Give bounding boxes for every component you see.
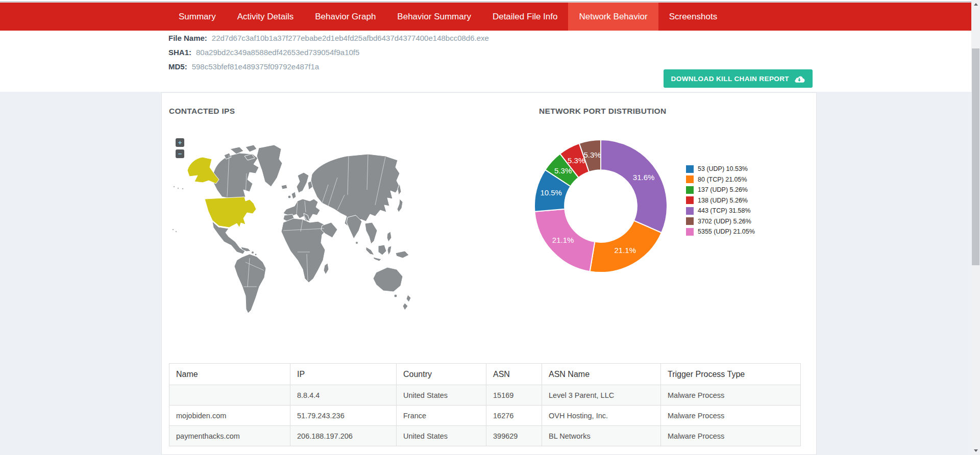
table-cell: 8.8.4.4	[290, 385, 397, 406]
donut-slice-label: 31.6%	[633, 173, 655, 182]
legend-item[interactable]: 443 (TCP) 31.58%	[686, 206, 755, 216]
file-field-row: File Name:22d7d67c3af10b1a37f277ebabe2d1…	[168, 34, 489, 48]
table-cell: OVH Hosting, Inc.	[542, 406, 661, 426]
donut-slice-label: 5.3%	[554, 166, 572, 175]
table-column-header: IP	[290, 364, 397, 385]
table-cell: 16276	[486, 406, 542, 426]
table-body: 8.8.4.4United States15169Level 3 Parent,…	[169, 385, 801, 446]
legend-swatch	[686, 217, 694, 225]
table-column-header: Name	[169, 364, 290, 385]
tab-summary[interactable]: Summary	[168, 3, 227, 31]
legend-label: 443 (TCP) 31.58%	[698, 207, 751, 214]
legend-label: 5355 (UDP) 21.05%	[698, 228, 755, 235]
legend-label: 138 (UDP) 5.26%	[698, 197, 748, 204]
table-header-row: NameIPCountryASNASN NameTrigger Process …	[169, 364, 801, 385]
scroll-up-icon	[974, 3, 978, 6]
file-field-value: 598c53bfef81e489375f09792e487f1a	[192, 62, 319, 71]
file-fields: File Name:22d7d67c3af10b1a37f277ebabe2d1…	[168, 34, 489, 77]
map-zoom-in-button[interactable]: +	[176, 138, 184, 147]
chart-legend: 53 (UDP) 10.53%80 (TCP) 21.05%137 (UDP) …	[686, 164, 755, 237]
cloud-download-icon	[794, 75, 805, 83]
scrollbar-thumb[interactable]	[972, 48, 979, 265]
table-column-header: ASN Name	[542, 364, 661, 385]
table-cell: United States	[397, 426, 486, 446]
legend-swatch	[686, 165, 694, 173]
browser-chrome-strip	[0, 0, 980, 2]
table-row[interactable]: 8.8.4.4United States15169Level 3 Parent,…	[169, 385, 801, 406]
table-cell	[169, 385, 290, 406]
nav-tabs: SummaryActivity DetailsBehavior GraphBeh…	[168, 3, 728, 31]
file-header: File Name:22d7d67c3af10b1a37f277ebabe2d1…	[0, 31, 980, 92]
table-cell: BL Networks	[542, 426, 661, 446]
legend-label: 137 (UDP) 5.26%	[698, 186, 748, 193]
legend-swatch	[686, 228, 694, 236]
file-field-value: 22d7d67c3af10b1a37f277ebabe2d1eb4fd25afb…	[212, 34, 489, 42]
network-behavior-card: CONTACTED IPS NETWORK PORT DISTRIBUTION …	[161, 92, 817, 455]
download-button-label: DOWNLOAD KILL CHAIN REPORT	[671, 75, 789, 83]
donut-chart: 31.6%21.1%21.1%10.5%5.3%5.3%5.3%	[529, 135, 672, 277]
legend-item[interactable]: 80 (TCP) 21.05%	[686, 174, 755, 185]
download-kill-chain-report-button[interactable]: DOWNLOAD KILL CHAIN REPORT	[664, 69, 813, 88]
donut-slice-443tcp[interactable]	[601, 140, 667, 233]
legend-swatch	[686, 207, 694, 215]
file-field-value: 80a29bd2c349a8588edf42653ed739054f9a10f5	[196, 48, 359, 57]
table-cell: 206.188.197.206	[290, 426, 397, 446]
table-cell: 15169	[486, 385, 542, 406]
table-cell: Malware Process	[661, 426, 801, 446]
legend-label: 3702 (UDP) 5.26%	[698, 218, 751, 225]
legend-swatch	[686, 186, 694, 194]
map-zoom-controls: + −	[176, 138, 184, 158]
contacted-ips-map: + −	[169, 133, 496, 326]
contacted-ips-table: NameIPCountryASNASN NameTrigger Process …	[169, 363, 801, 446]
legend-item[interactable]: 137 (UDP) 5.26%	[686, 185, 755, 195]
table-cell: France	[397, 406, 486, 426]
table-row[interactable]: mojobiden.com51.79.243.236France16276OVH…	[169, 406, 801, 426]
port-distribution-chart: 31.6%21.1%21.1%10.5%5.3%5.3%5.3%	[529, 135, 672, 277]
legend-item[interactable]: 5355 (UDP) 21.05%	[686, 226, 755, 237]
map-zoom-out-button[interactable]: −	[176, 149, 184, 158]
donut-slice-label: 5.3%	[568, 156, 585, 165]
table-column-header: ASN	[486, 364, 542, 385]
table-cell: Malware Process	[661, 385, 801, 406]
legend-swatch	[686, 196, 694, 204]
world-map[interactable]	[169, 133, 485, 326]
legend-label: 80 (TCP) 21.05%	[698, 176, 747, 183]
tab-behavior-summary[interactable]: Behavior Summary	[386, 3, 482, 31]
tab-detailed-file-info[interactable]: Detailed File Info	[482, 3, 569, 31]
table-row[interactable]: paymenthacks.com206.188.197.206United St…	[169, 426, 801, 446]
page: SummaryActivity DetailsBehavior GraphBeh…	[0, 0, 980, 455]
main-navbar: SummaryActivity DetailsBehavior GraphBeh…	[0, 3, 980, 31]
tab-behavior-graph[interactable]: Behavior Graph	[304, 3, 386, 31]
table-cell: Malware Process	[661, 406, 801, 426]
table-cell: Level 3 Parent, LLC	[542, 385, 661, 406]
scrollbar-up-button[interactable]	[971, 0, 980, 9]
table-column-header: Country	[397, 364, 486, 385]
donut-slice-label: 5.3%	[583, 150, 601, 159]
port-distribution-title: NETWORK PORT DISTRIBUTION	[539, 107, 666, 116]
legend-item[interactable]: 53 (UDP) 10.53%	[686, 164, 755, 174]
file-field-label: File Name:	[168, 34, 207, 42]
file-field-row: SHA1:80a29bd2c349a8588edf42653ed739054f9…	[168, 48, 489, 62]
scrollbar-down-button[interactable]	[971, 446, 980, 455]
legend-item[interactable]: 3702 (UDP) 5.26%	[686, 216, 755, 227]
donut-slice-label: 10.5%	[540, 188, 562, 197]
donut-slice-label: 21.1%	[552, 236, 574, 244]
table-cell: 51.79.243.236	[290, 406, 397, 426]
contacted-ips-title: CONTACTED IPS	[169, 107, 235, 116]
donut-slice-label: 21.1%	[615, 246, 636, 255]
file-field-label: MD5:	[168, 62, 187, 71]
table-cell: United States	[397, 385, 486, 406]
file-field-row: MD5:598c53bfef81e489375f09792e487f1a	[168, 62, 489, 77]
table-cell: 399629	[486, 426, 542, 446]
table-cell: paymenthacks.com	[169, 426, 290, 446]
legend-item[interactable]: 138 (UDP) 5.26%	[686, 195, 755, 206]
tab-screenshots[interactable]: Screenshots	[658, 3, 728, 31]
legend-label: 53 (UDP) 10.53%	[698, 165, 748, 172]
table-column-header: Trigger Process Type	[661, 364, 801, 385]
tab-activity-details[interactable]: Activity Details	[227, 3, 305, 31]
browser-scrollbar[interactable]	[971, 0, 980, 455]
tab-network-behavior[interactable]: Network Behavior	[568, 3, 658, 31]
scroll-down-icon	[974, 449, 978, 452]
file-field-label: SHA1:	[168, 48, 191, 57]
table-cell: mojobiden.com	[169, 406, 290, 426]
